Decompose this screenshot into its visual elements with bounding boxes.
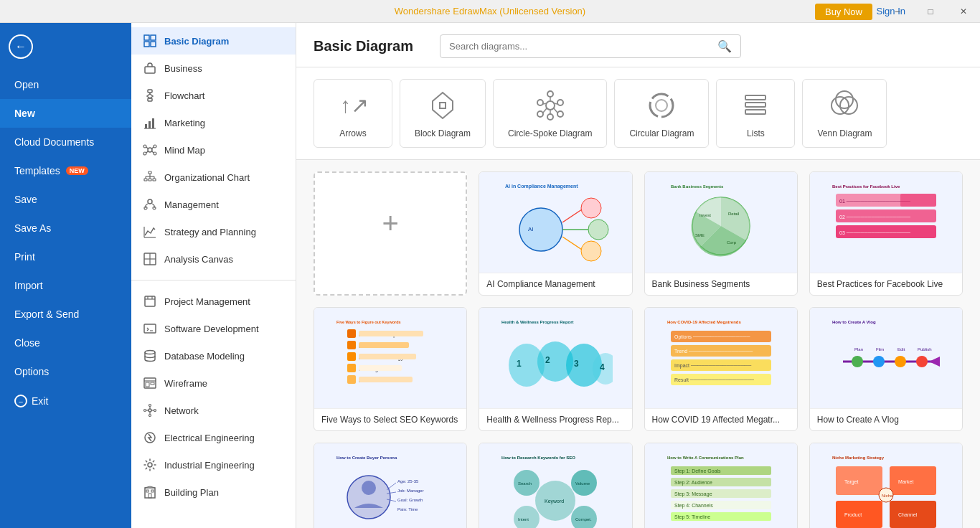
covid-thumb: How COVID-19 Affected Megatrends Options… [645,308,797,408]
svg-rect-64 [149,494,151,498]
mid-item-wireframe[interactable]: Wireframe [131,369,296,397]
sidebar-item-save-as[interactable]: Save As [0,214,131,242]
mid-item-strategy[interactable]: Strategy and Planning [131,218,296,245]
mid-item-pm[interactable]: Project Management [131,288,296,315]
mid-item-business[interactable]: Business [131,55,296,82]
svg-rect-120 [359,342,409,348]
new-template-card[interactable]: + [314,171,467,296]
mid-item-org[interactable]: Organizational Chart [131,164,296,191]
category-arrows[interactable]: ↑↗ Arrows [314,79,392,148]
lists-icon [738,88,773,123]
svg-point-60 [148,463,152,467]
svg-text:03 ──────────────────: 03 ────────────────── [839,230,910,235]
svg-rect-61 [145,488,155,498]
sidebar-item-cloud[interactable]: Cloud Documents [0,128,131,156]
mid-item-database[interactable]: Database Modeling [131,342,296,369]
svg-text:Film: Film [876,347,884,352]
search-icon[interactable]: 🔍 [717,39,732,53]
lists-label: Lists [747,128,765,138]
sidebar-item-import[interactable]: Import [0,271,131,300]
svg-point-99 [581,241,601,261]
close-button[interactable]: ✕ [947,0,980,23]
sidebar-item-options[interactable]: Options [0,357,131,386]
circle-spoke-icon [533,88,567,123]
mid-item-industrial[interactable]: Industrial Engineering [131,451,296,478]
svg-line-166 [387,483,396,490]
svg-text:Publish: Publish [918,347,932,352]
template-card-vlog[interactable]: How to Create A Vlog Plan Film Edit Publ… [809,307,963,431]
mid-item-analysis[interactable]: Analysis Canvas [131,245,296,273]
marketing-icon [143,116,157,130]
svg-rect-118 [347,341,356,349]
sidebar-item-exit[interactable]: – Exit [0,386,131,416]
svg-rect-123 [359,354,416,359]
template-card-seo[interactable]: Five Ways to Figure out Keywords 01 Use … [314,307,467,431]
svg-line-79 [554,108,557,113]
sidebar-item-print[interactable]: Print [0,242,131,271]
building-icon [143,485,157,499]
mid-item-marketing[interactable]: Marketing [131,109,296,136]
svg-rect-66 [151,490,154,492]
category-circular[interactable]: Circular Diagram [614,79,709,148]
mid-item-software[interactable]: Software Development [131,315,296,342]
svg-point-90 [836,91,853,108]
category-block[interactable]: Block Diagram [400,79,486,148]
sidebar-item-open[interactable]: Open [0,70,131,99]
mid-item-flowchart[interactable]: Flowchart [131,82,296,109]
buyer-thumb: How to Create Buyer Persona Age: 25-35 J… [314,443,466,528]
template-card-niche[interactable]: Niche Marketing Strategy Target Market P… [809,443,963,528]
health-thumb: Health & Wellness Progress Report 1 2 3 … [479,308,631,408]
template-card-comm[interactable]: How to Write A Communications Plan Step … [644,443,798,528]
software-icon [143,321,157,336]
mid-item-basic[interactable]: Basic Diagram [131,27,296,55]
template-card-fb[interactable]: Best Practices for Facebook Live 01 ────… [809,171,963,296]
sidebar-item-templates[interactable]: Templates NEW [0,156,131,185]
svg-point-72 [557,100,563,105]
sidebar-item-export[interactable]: Export & Send [0,300,131,329]
mid-item-mindmap[interactable]: Mind Map [131,136,296,164]
template-card-seo2[interactable]: How to Research Keywords for SEO Keyword… [479,443,632,528]
sidebar-item-new[interactable]: New [0,99,131,128]
mid-item-management[interactable]: Management [131,191,296,218]
mid-item-electrical[interactable]: Electrical Engineering [131,424,296,451]
svg-rect-117 [359,331,423,336]
svg-text:1: 1 [517,359,522,369]
database-icon [143,349,157,363]
fb-card-label: Best Practices for Facebook Live [810,273,962,295]
flowchart-icon [143,88,157,103]
seo2-diagram: How to Research Keywords for SEO Keyword… [479,443,631,528]
svg-text:Goal: Growth: Goal: Growth [397,498,423,502]
sidebar-item-close[interactable]: Close [0,329,131,357]
category-venn[interactable]: Venn Diagram [802,79,887,148]
svg-text:Compet.: Compet. [575,517,592,522]
maximize-button[interactable]: □ [914,0,947,23]
svg-text:Trend ──────────────────: Trend ────────────────── [674,349,753,354]
mid-item-network[interactable]: Network [131,397,296,424]
svg-text:Age: 25-35: Age: 25-35 [397,479,419,484]
svg-point-50 [149,409,151,412]
template-card-ai[interactable]: AI in Compliance Management AI [479,171,632,296]
category-lists[interactable]: Lists [716,79,795,148]
sidebar-item-save[interactable]: Save [0,185,131,214]
sidebar-exit-label: Exit [32,395,48,407]
minimize-button[interactable]: – [881,0,914,23]
analysis-icon [143,252,157,266]
template-card-bank[interactable]: Bank Business Segments Retail Corp SME I… [644,171,798,296]
search-input[interactable] [449,41,712,52]
category-circle-spoke[interactable]: Circle-Spoke Diagram [493,79,607,148]
mid-flowchart-label: Flowchart [164,90,204,101]
template-card-health[interactable]: Health & Wellness Progress Report 1 2 3 … [479,307,632,431]
svg-rect-11 [152,118,154,128]
svg-text:Market: Market [898,479,913,484]
template-card-covid[interactable]: How COVID-19 Affected Megatrends Options… [644,307,798,431]
svg-rect-5 [148,90,152,93]
mid-item-building[interactable]: Building Plan [131,478,296,506]
buy-now-button[interactable]: Buy Now [815,4,872,20]
back-button[interactable]: ← [0,23,131,70]
comm-thumb: How to Write A Communications Plan Step … [645,443,797,528]
template-card-buyer[interactable]: How to Create Buyer Persona Age: 25-35 J… [314,443,467,528]
svg-rect-10 [149,121,151,128]
plus-icon: + [382,207,398,240]
svg-point-153 [916,356,928,367]
niche-thumb: Niche Marketing Strategy Target Market P… [810,443,962,528]
